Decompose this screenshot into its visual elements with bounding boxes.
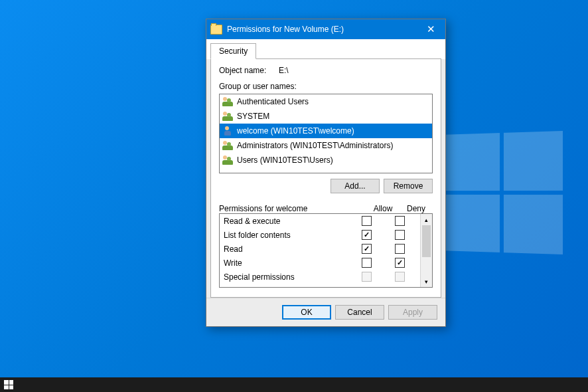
- principals-listbox[interactable]: Authenticated UsersSYSTEMwelcome (WIN10T…: [219, 94, 433, 173]
- principal-row[interactable]: SYSTEM: [220, 109, 432, 124]
- tab-security[interactable]: Security: [210, 43, 256, 59]
- start-icon[interactable]: [4, 380, 13, 389]
- principal-name: Users (WIN10TEST\Users): [237, 155, 333, 165]
- group-icon: [222, 97, 233, 106]
- tab-strip: Security: [206, 39, 445, 59]
- permissions-listbox: Read & executeList folder contentsReadWr…: [219, 213, 433, 288]
- group-icon: [222, 155, 233, 165]
- titlebar[interactable]: Permissions for New Volume (E:) ✕: [206, 19, 445, 39]
- scroll-up-icon[interactable]: ▴: [421, 214, 432, 225]
- permission-name: List folder contents: [224, 231, 350, 240]
- checkbox-allow: [362, 272, 372, 282]
- windows-logo-watermark: [445, 131, 563, 254]
- folder-icon: [210, 25, 222, 35]
- checkbox-deny[interactable]: [395, 216, 405, 226]
- principal-name: Administrators (WIN10TEST\Administrators…: [237, 141, 393, 150]
- checkbox-deny[interactable]: [395, 258, 405, 268]
- group-user-names-label: Group or user names:: [219, 82, 433, 91]
- group-icon: [222, 141, 233, 150]
- permission-name: Special permissions: [224, 272, 350, 282]
- ok-button[interactable]: OK: [282, 305, 331, 320]
- tab-body: Object name: E:\ Group or user names: Au…: [210, 59, 441, 298]
- permission-name: Read & execute: [224, 217, 350, 226]
- taskbar[interactable]: [0, 377, 588, 392]
- object-name-label: Object name:: [219, 66, 279, 75]
- permission-row: Read: [220, 242, 420, 256]
- cancel-button[interactable]: Cancel: [335, 305, 384, 320]
- principal-name: welcome (WIN10TEST\welcome): [237, 126, 354, 136]
- remove-button[interactable]: Remove: [384, 179, 433, 193]
- scroll-thumb[interactable]: [422, 225, 431, 257]
- close-icon[interactable]: ✕: [416, 19, 445, 39]
- checkbox-allow[interactable]: [362, 216, 372, 226]
- dialog-footer: OK Cancel Apply: [206, 298, 445, 326]
- scroll-track[interactable]: [421, 225, 432, 276]
- allow-column-header: Allow: [366, 204, 400, 213]
- deny-column-header: Deny: [400, 204, 433, 213]
- window-title: Permissions for New Volume (E:): [227, 25, 416, 34]
- permission-name: Write: [224, 258, 350, 268]
- permission-row: Read & execute: [220, 214, 420, 228]
- checkbox-allow[interactable]: [362, 230, 372, 240]
- permission-row: List folder contents: [220, 228, 420, 242]
- group-icon: [222, 112, 233, 121]
- permission-name: Read: [224, 245, 350, 254]
- permissions-for-label: Permissions for welcome: [219, 204, 366, 213]
- permission-row: Special permissions: [220, 270, 420, 284]
- checkbox-allow[interactable]: [362, 258, 372, 268]
- checkbox-deny: [395, 272, 405, 282]
- permissions-dialog: Permissions for New Volume (E:) ✕ Securi…: [206, 19, 446, 327]
- checkbox-deny[interactable]: [395, 230, 405, 240]
- object-name-value: E:\: [279, 66, 289, 75]
- principal-row[interactable]: Administrators (WIN10TEST\Administrators…: [220, 138, 432, 153]
- principal-name: Authenticated Users: [237, 97, 309, 106]
- permission-row: Write: [220, 256, 420, 270]
- principal-row[interactable]: Users (WIN10TEST\Users): [220, 153, 432, 167]
- user-icon: [222, 126, 233, 136]
- checkbox-deny[interactable]: [395, 244, 405, 254]
- principal-row[interactable]: Authenticated Users: [220, 94, 432, 109]
- principal-name: SYSTEM: [237, 112, 269, 121]
- apply-button[interactable]: Apply: [388, 305, 437, 320]
- principal-row[interactable]: welcome (WIN10TEST\welcome): [220, 124, 432, 138]
- scroll-down-icon[interactable]: ▾: [421, 276, 432, 287]
- checkbox-allow[interactable]: [362, 244, 372, 254]
- add-button[interactable]: Add...: [331, 179, 380, 193]
- scrollbar[interactable]: ▴ ▾: [420, 214, 432, 287]
